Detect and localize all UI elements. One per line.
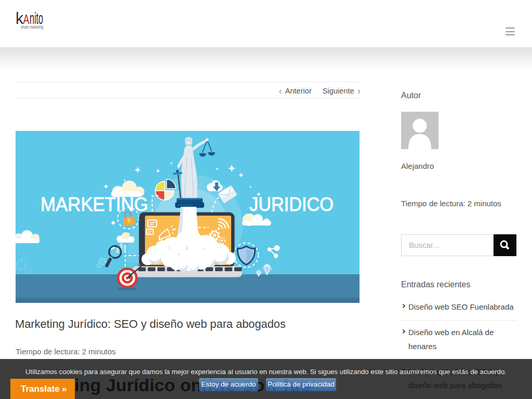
svg-text:MARKETING: MARKETING xyxy=(41,194,148,215)
svg-text:smart marketing: smart marketing xyxy=(21,24,43,30)
svg-text:JURIDICO: JURIDICO xyxy=(249,194,334,215)
